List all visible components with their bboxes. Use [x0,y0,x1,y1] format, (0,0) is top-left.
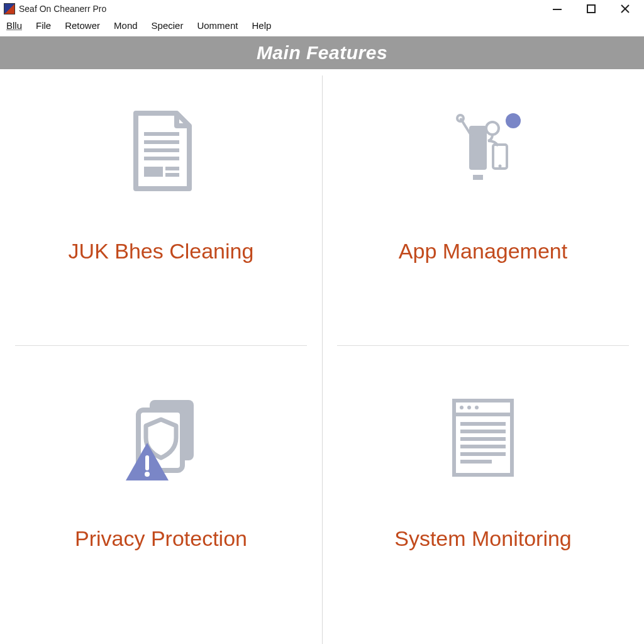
app-icon [4,3,15,14]
menu-item-file[interactable]: File [33,19,53,32]
menu-item-mond[interactable]: Mond [111,19,140,32]
svg-rect-30 [460,437,506,441]
svg-point-26 [467,406,471,409]
apps-icon [433,101,533,201]
svg-rect-21 [145,455,149,470]
svg-point-25 [460,406,464,409]
header-strip: Main Features [0,36,644,69]
close-icon [619,3,631,14]
svg-rect-29 [460,430,506,433]
page-title: Main Features [257,42,387,64]
feature-label: JUK Bhes Cleaning [69,239,254,264]
feature-label: App Management [399,239,567,264]
feature-label: System Monitoring [394,526,572,551]
svg-rect-10 [165,173,179,177]
svg-rect-28 [460,422,506,426]
menu-item-uomment[interactable]: Uomment [194,19,240,32]
svg-rect-5 [144,140,179,144]
feature-label: Privacy Protection [75,526,247,551]
titlebar: Seaf On Cheanerr Pro [0,0,644,18]
feature-system-monitoring[interactable]: System Monitoring [322,357,644,644]
horizontal-divider-right [337,345,629,346]
maximize-icon [586,3,597,14]
svg-rect-8 [144,167,163,177]
window-controls [548,2,640,16]
minimize-button[interactable] [548,2,566,16]
svg-point-18 [486,122,499,135]
menu-item-retower[interactable]: Retower [62,19,103,32]
menubar: Bllu File Retower Mond Specier Uomment H… [0,18,644,36]
svg-rect-1 [587,5,595,13]
document-icon [111,101,211,201]
minimize-icon [552,3,563,14]
feature-junk-cleaning[interactable]: JUK Bhes Cleaning [0,69,322,357]
menu-item-specier[interactable]: Specier [149,19,186,32]
svg-point-22 [145,472,150,477]
menu-item-help[interactable]: Help [249,19,274,32]
maximize-button[interactable] [582,2,600,16]
features-grid: JUK Bhes Cleaning App Management [0,69,644,644]
svg-rect-12 [469,126,487,170]
feature-privacy-protection[interactable]: Privacy Protection [0,357,322,644]
svg-rect-32 [460,452,506,456]
feature-app-management[interactable]: App Management [322,69,644,357]
svg-rect-0 [553,9,562,10]
window-title: Seaf On Cheanerr Pro [19,4,106,14]
close-button[interactable] [616,2,634,16]
horizontal-divider-left [15,345,307,346]
svg-rect-31 [460,445,506,448]
privacy-shield-icon [111,388,211,489]
svg-point-15 [499,165,502,168]
monitor-icon [433,388,533,489]
vertical-divider [322,75,323,644]
svg-rect-13 [473,175,483,180]
menu-item-bllu[interactable]: Bllu [4,19,25,32]
svg-rect-9 [165,167,179,170]
svg-rect-4 [144,132,179,136]
svg-rect-33 [460,460,492,464]
svg-rect-7 [144,157,179,160]
svg-point-27 [475,406,479,409]
svg-rect-6 [144,148,179,152]
svg-point-11 [506,113,521,128]
